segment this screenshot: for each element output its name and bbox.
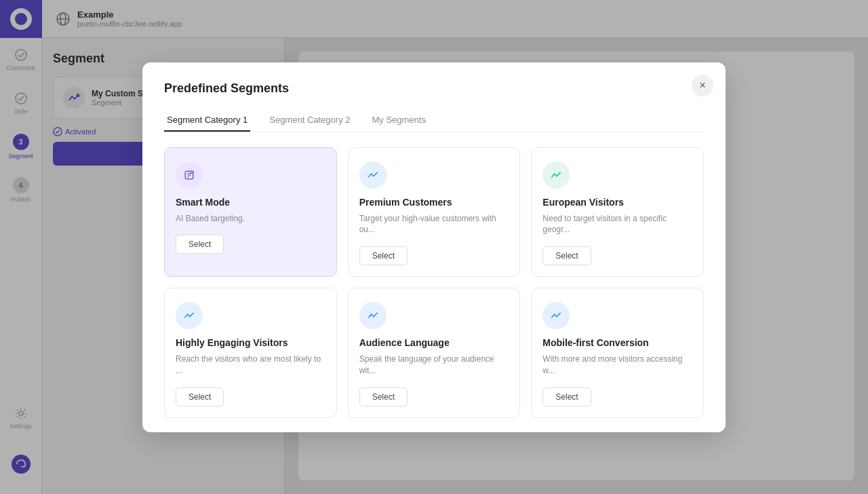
smart-mode-desc: AI Based targeting. bbox=[176, 213, 326, 225]
premium-customers-icon-wrap bbox=[359, 162, 387, 189]
mobile-first-icon bbox=[549, 309, 563, 322]
premium-customers-select-button[interactable]: Select bbox=[359, 246, 408, 265]
mobile-first-icon-wrap bbox=[542, 302, 570, 329]
card-smart-mode: AI Smart Mode AI Based targeting. Select bbox=[164, 147, 337, 278]
european-visitors-icon bbox=[549, 168, 563, 182]
smart-mode-name: Smart Mode bbox=[176, 197, 326, 208]
tab-my-segments[interactable]: My Segments bbox=[369, 109, 428, 132]
tab-segment-category-1[interactable]: Segment Category 1 bbox=[164, 109, 250, 132]
modal-close-button[interactable]: × bbox=[692, 75, 713, 96]
audience-language-desc: Speak the language of your audience wit.… bbox=[359, 354, 509, 377]
european-visitors-desc: Need to target visitors in a specific ge… bbox=[542, 213, 692, 236]
card-premium-customers: Premium Customers Target your high-value… bbox=[348, 147, 521, 278]
highly-engaging-icon-wrap bbox=[176, 302, 203, 329]
mobile-first-desc: With more and more visitors accessing w.… bbox=[542, 354, 692, 377]
highly-engaging-icon bbox=[182, 309, 196, 322]
highly-engaging-name: Highly Engaging Visitors bbox=[176, 337, 326, 348]
segment-cards-grid: AI Smart Mode AI Based targeting. Select… bbox=[164, 147, 704, 432]
audience-language-select-button[interactable]: Select bbox=[359, 387, 408, 406]
smart-mode-icon-wrap: AI bbox=[176, 162, 203, 189]
premium-customers-desc: Target your high-value customers with ou… bbox=[359, 213, 509, 236]
card-european-visitors: European Visitors Need to target visitor… bbox=[531, 147, 704, 278]
smart-mode-select-button[interactable]: Select bbox=[176, 235, 224, 254]
modal-title: Predefined Segments bbox=[164, 81, 704, 96]
highly-engaging-desc: Reach the visitors who are most likely t… bbox=[176, 354, 326, 377]
european-visitors-name: European Visitors bbox=[542, 197, 692, 208]
european-visitors-icon-wrap bbox=[542, 162, 570, 189]
mobile-first-select-button[interactable]: Select bbox=[542, 387, 591, 406]
card-audience-language: Audience Language Speak the language of … bbox=[348, 288, 521, 418]
audience-language-icon bbox=[366, 309, 380, 322]
highly-engaging-select-button[interactable]: Select bbox=[176, 387, 224, 406]
tab-segment-category-2[interactable]: Segment Category 2 bbox=[267, 109, 353, 132]
premium-customers-icon bbox=[366, 168, 380, 182]
european-visitors-select-button[interactable]: Select bbox=[542, 246, 591, 265]
card-mobile-first: Mobile-first Conversion With more and mo… bbox=[531, 288, 704, 418]
audience-language-name: Audience Language bbox=[359, 337, 509, 348]
audience-language-icon-wrap bbox=[359, 302, 387, 329]
mobile-first-name: Mobile-first Conversion bbox=[542, 337, 692, 348]
modal-tabs: Segment Category 1 Segment Category 2 My… bbox=[164, 109, 704, 132]
smart-mode-icon: AI bbox=[182, 168, 196, 182]
predefined-segments-modal: Predefined Segments × Segment Category 1… bbox=[142, 62, 726, 432]
premium-customers-name: Premium Customers bbox=[359, 197, 509, 208]
card-highly-engaging: Highly Engaging Visitors Reach the visit… bbox=[164, 288, 337, 418]
svg-text:AI: AI bbox=[191, 171, 193, 174]
modal-overlay[interactable]: Predefined Segments × Segment Category 1… bbox=[0, 0, 868, 494]
